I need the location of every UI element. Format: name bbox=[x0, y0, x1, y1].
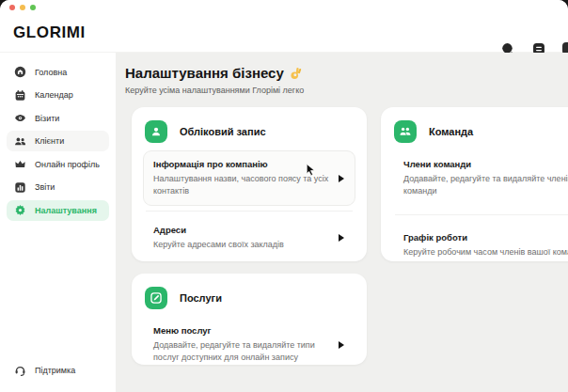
list-item-services-menu[interactable]: Меню послуг Додавайте, редагуйте та вида… bbox=[143, 317, 355, 372]
chevron-right-icon bbox=[339, 234, 344, 242]
sidebar-item-label: Налаштування bbox=[35, 206, 97, 215]
sidebar-item-label: Підтримка bbox=[35, 366, 75, 375]
card-account-title: Обліковий запис bbox=[180, 126, 266, 137]
card-team: Команда Члени команди Додавайте, редагуй… bbox=[381, 107, 568, 261]
sidebar-item-label: Візити bbox=[35, 114, 59, 123]
glorimi-logo: GLORIMI bbox=[13, 24, 86, 42]
sidebar-item-label: Головна bbox=[35, 68, 67, 77]
sidebar-item-label: Онлайн профіль bbox=[35, 160, 100, 169]
sidebar-item-label: Клієнти bbox=[35, 136, 64, 146]
window-titlebar bbox=[0, 0, 568, 14]
list-item-team-members[interactable]: Члени команди Додавайте, редагуйте та ви… bbox=[392, 150, 568, 206]
bar-chart-icon bbox=[14, 181, 26, 194]
sidebar-item-visits[interactable]: Візити bbox=[7, 108, 109, 129]
main-content: Налаштування бізнесу Керуйте усіма налаш… bbox=[116, 53, 568, 392]
headset-icon bbox=[14, 365, 26, 377]
page-subtitle: Керуйте усіма налаштуваннями Глорімі лег… bbox=[125, 86, 568, 95]
team-icon bbox=[394, 120, 417, 143]
sidebar-item-label: Календар bbox=[35, 90, 73, 100]
sidebar: Головна Календар bbox=[0, 53, 116, 392]
page-title: Налаштування бізнесу bbox=[125, 65, 568, 81]
app-header: GLORIMI bbox=[0, 14, 568, 53]
sidebar-item-home[interactable]: Головна bbox=[7, 62, 109, 83]
card-account: Обліковий запис Інформація про компанію … bbox=[132, 107, 367, 261]
account-icon bbox=[145, 120, 167, 143]
services-icon bbox=[145, 287, 167, 309]
divider bbox=[395, 214, 568, 215]
sidebar-item-clients[interactable]: Клієнти bbox=[7, 131, 109, 151]
sidebar-item-calendar[interactable]: Календар bbox=[7, 85, 109, 105]
calendar-icon bbox=[14, 89, 26, 102]
window-minimize-button[interactable] bbox=[20, 5, 25, 10]
chevron-right-icon bbox=[339, 341, 344, 349]
app-window: GLORIMI bbox=[0, 0, 568, 392]
sidebar-item-settings[interactable]: Налаштування bbox=[7, 200, 109, 221]
sidebar-item-support[interactable]: Підтримка bbox=[7, 360, 109, 381]
clients-icon bbox=[14, 135, 26, 148]
list-item-addresses[interactable]: Адреси Керуйте адресами своїх закладів bbox=[143, 216, 355, 259]
ok-hand-emoji-icon bbox=[290, 67, 303, 80]
card-services: Послуги Меню послуг Додавайте, редагуйте… bbox=[132, 274, 367, 365]
card-team-title: Команда bbox=[429, 126, 473, 137]
window-close-button[interactable] bbox=[9, 5, 15, 10]
crown-icon bbox=[14, 158, 26, 170]
window-zoom-button[interactable] bbox=[30, 5, 36, 10]
chevron-right-icon bbox=[339, 175, 344, 182]
list-item-work-schedule[interactable]: Графік роботи Керуйте робочим часом член… bbox=[392, 224, 568, 267]
sidebar-item-label: Звіти bbox=[35, 182, 55, 192]
divider bbox=[146, 211, 353, 212]
home-icon bbox=[14, 66, 26, 78]
sidebar-item-online-profile[interactable]: Онлайн профіль bbox=[7, 154, 109, 175]
gear-icon bbox=[14, 204, 26, 216]
list-item-company-info[interactable]: Інформація про компанію Налаштування наз… bbox=[143, 150, 355, 206]
sidebar-item-reports[interactable]: Звіти bbox=[7, 177, 109, 197]
eye-icon bbox=[14, 112, 26, 124]
card-services-title: Послуги bbox=[180, 292, 222, 304]
